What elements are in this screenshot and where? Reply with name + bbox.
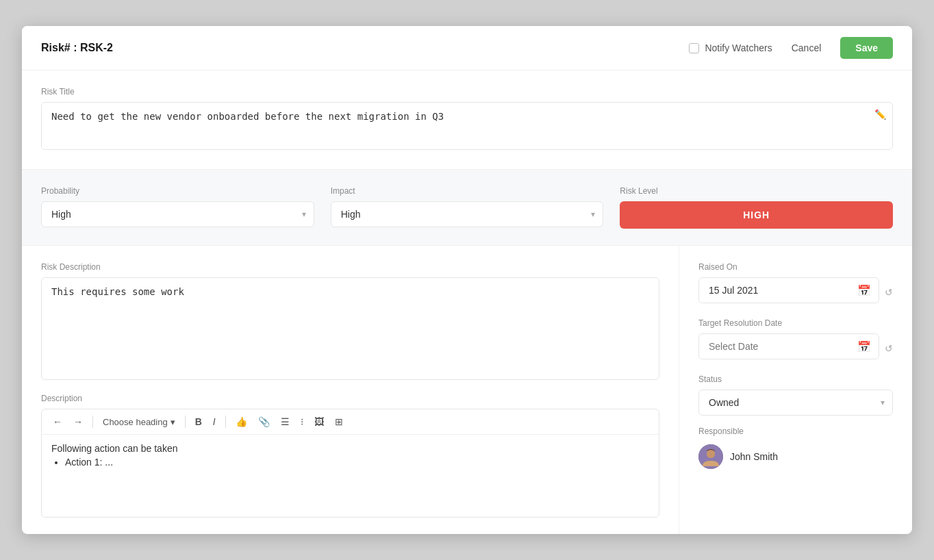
responsible-section: Responsible John Smith	[698, 427, 893, 469]
responsible-label: Responsible	[698, 427, 893, 436]
editor-content[interactable]: Following action can be taken Action 1: …	[42, 435, 659, 517]
raised-on-section: Raised On 📅 ↺	[698, 262, 893, 307]
modal-header: Risk# : RSK-2 Notify Watchers Cancel Sav…	[22, 26, 912, 71]
risk-fields-row: Probability Low Medium High Critical ▾ I…	[41, 186, 893, 229]
avatar-svg	[698, 444, 723, 469]
redo-button[interactable]: →	[69, 413, 87, 430]
image-button[interactable]: 🖼	[310, 413, 328, 430]
status-label: Status	[698, 374, 893, 384]
risk-level-label: Risk Level	[620, 186, 893, 196]
probability-group: Probability Low Medium High Critical ▾	[41, 186, 314, 227]
notify-watchers-checkbox[interactable]	[689, 43, 699, 53]
risk-title-container: ✏️	[41, 102, 893, 153]
left-column: Risk Description Description ← → Choose …	[22, 246, 679, 534]
modal-container: Risk# : RSK-2 Notify Watchers Cancel Sav…	[22, 26, 912, 534]
unordered-list-button[interactable]: ⁝	[296, 413, 307, 430]
impact-select[interactable]: Low Medium High Critical	[331, 201, 604, 227]
edit-icon[interactable]: ✏️	[874, 109, 886, 120]
probability-label: Probability	[41, 186, 314, 196]
avatar	[698, 444, 723, 469]
notify-watchers-label: Notify Watchers	[705, 42, 772, 53]
description-section: Description ← → Choose heading ▾ B I	[41, 394, 659, 518]
toolbar-separator-1	[92, 416, 93, 428]
target-resolution-input[interactable]	[698, 333, 879, 359]
description-label: Description	[41, 394, 659, 403]
status-section: Status Open Owned Mitigated Closed ▾	[698, 374, 893, 416]
right-column: Raised On 📅 ↺ Target Resolution Date 📅	[679, 246, 912, 534]
raised-on-label: Raised On	[698, 262, 893, 272]
target-resolution-field-wrapper: 📅	[698, 333, 879, 359]
target-resolution-row: 📅 ↺	[698, 333, 893, 364]
raised-on-input[interactable]	[698, 277, 879, 303]
status-select[interactable]: Open Owned Mitigated Closed	[698, 390, 893, 416]
impact-select-wrapper: Low Medium High Critical ▾	[331, 201, 604, 227]
toolbar-separator-2	[185, 416, 186, 428]
raised-on-reset-icon[interactable]: ↺	[885, 287, 893, 298]
editor-list-item-1: Action 1: ...	[65, 457, 649, 468]
svg-point-2	[707, 450, 715, 458]
status-select-wrapper: Open Owned Mitigated Closed ▾	[698, 390, 893, 416]
toolbar-separator-3	[225, 416, 226, 428]
undo-button[interactable]: ←	[49, 413, 66, 430]
modal-title: Risk# : RSK-2	[41, 42, 113, 54]
risk-factors-section: Probability Low Medium High Critical ▾ I…	[22, 170, 912, 246]
ordered-list-button[interactable]: ☰	[277, 413, 294, 430]
table-button[interactable]: ⊞	[331, 413, 347, 430]
risk-description-label: Risk Description	[41, 262, 659, 272]
cancel-button[interactable]: Cancel	[783, 38, 830, 58]
target-resolution-section: Target Resolution Date 📅 ↺	[698, 318, 893, 364]
editor-container: ← → Choose heading ▾ B I 👍 📎 ☰	[41, 409, 659, 518]
editor-line-1: Following action can be taken	[51, 443, 649, 454]
target-resolution-reset-icon[interactable]: ↺	[885, 343, 893, 354]
raised-on-field-wrapper: 📅	[698, 277, 879, 303]
save-button[interactable]: Save	[840, 37, 893, 59]
main-content-row: Risk Description Description ← → Choose …	[22, 246, 912, 534]
raised-on-row: 📅 ↺	[698, 277, 893, 307]
impact-group: Impact Low Medium High Critical ▾	[331, 186, 604, 227]
heading-chevron-icon: ▾	[171, 417, 175, 427]
responsible-row: John Smith	[698, 444, 893, 469]
italic-button[interactable]: I	[209, 413, 220, 430]
heading-selector-label: Choose heading	[103, 417, 168, 427]
impact-label: Impact	[331, 186, 604, 196]
header-actions: Notify Watchers Cancel Save	[689, 37, 893, 59]
probability-select-wrapper: Low Medium High Critical ▾	[41, 201, 314, 227]
probability-select[interactable]: Low Medium High Critical	[41, 201, 314, 227]
attachment-button[interactable]: 📎	[254, 413, 274, 430]
risk-description-section: Risk Description	[41, 262, 659, 383]
heading-selector[interactable]: Choose heading ▾	[99, 414, 179, 430]
risk-title-input[interactable]	[41, 102, 893, 150]
risk-description-input[interactable]	[41, 277, 659, 380]
editor-toolbar: ← → Choose heading ▾ B I 👍 📎 ☰	[42, 409, 659, 435]
risk-level-group: Risk Level HIGH	[620, 186, 893, 229]
risk-title-section: Risk Title ✏️	[22, 71, 912, 170]
responsible-name: John Smith	[730, 451, 778, 462]
risk-title-label: Risk Title	[41, 87, 893, 97]
bold-button[interactable]: B	[191, 413, 206, 430]
risk-level-badge: HIGH	[620, 201, 893, 229]
notify-watchers-group: Notify Watchers	[689, 42, 772, 53]
thumbs-up-button[interactable]: 👍	[231, 413, 251, 430]
target-resolution-label: Target Resolution Date	[698, 318, 893, 328]
